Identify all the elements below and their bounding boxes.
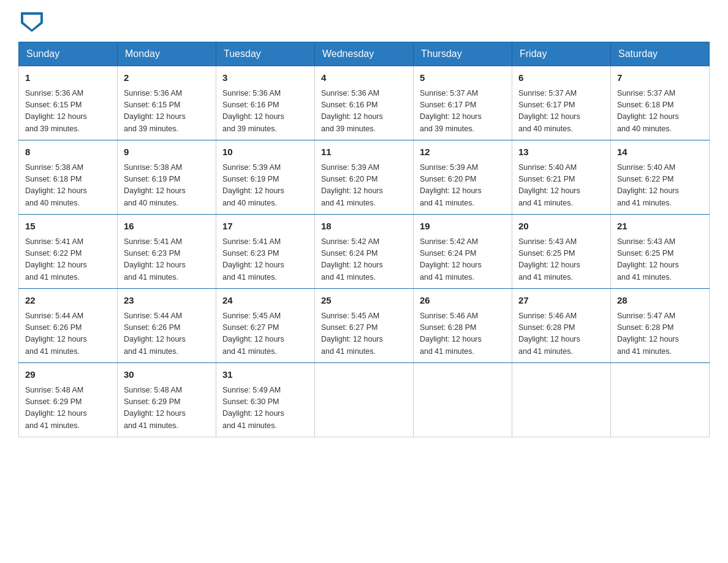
calendar-day-cell [315,363,414,437]
day-number: 20 [518,220,604,234]
day-info: Sunrise: 5:37 AMSunset: 6:17 PMDaylight:… [518,88,604,136]
logo [18,12,43,29]
day-number: 24 [222,294,308,308]
day-info: Sunrise: 5:38 AMSunset: 6:18 PMDaylight:… [25,162,111,210]
day-info: Sunrise: 5:39 AMSunset: 6:20 PMDaylight:… [420,162,506,210]
day-info: Sunrise: 5:36 AMSunset: 6:15 PMDaylight:… [124,88,210,136]
day-info: Sunrise: 5:39 AMSunset: 6:19 PMDaylight:… [222,162,308,210]
day-info: Sunrise: 5:41 AMSunset: 6:23 PMDaylight:… [124,236,210,284]
calendar-day-cell: 24 Sunrise: 5:45 AMSunset: 6:27 PMDaylig… [216,289,315,363]
calendar-body: 1 Sunrise: 5:36 AMSunset: 6:15 PMDayligh… [19,66,710,437]
calendar-day-cell: 8 Sunrise: 5:38 AMSunset: 6:18 PMDayligh… [19,140,118,215]
calendar-day-cell: 14 Sunrise: 5:40 AMSunset: 6:22 PMDaylig… [611,140,710,215]
day-number: 8 [25,145,111,159]
logo-arrow-icon [21,12,43,32]
calendar-day-cell: 29 Sunrise: 5:48 AMSunset: 6:29 PMDaylig… [19,363,118,437]
day-number: 25 [321,294,407,308]
day-number: 15 [25,220,111,234]
weekday-header-wednesday: Wednesday [315,42,414,66]
day-number: 18 [321,220,407,234]
calendar-day-cell: 2 Sunrise: 5:36 AMSunset: 6:15 PMDayligh… [118,66,216,140]
calendar-day-cell: 18 Sunrise: 5:42 AMSunset: 6:24 PMDaylig… [315,215,414,289]
svg-marker-1 [23,15,40,29]
calendar-week-row: 15 Sunrise: 5:41 AMSunset: 6:22 PMDaylig… [19,215,710,289]
calendar-day-cell: 9 Sunrise: 5:38 AMSunset: 6:19 PMDayligh… [118,140,216,215]
day-number: 6 [518,71,604,85]
calendar-day-cell: 7 Sunrise: 5:37 AMSunset: 6:18 PMDayligh… [611,66,710,140]
calendar-day-cell: 15 Sunrise: 5:41 AMSunset: 6:22 PMDaylig… [19,215,118,289]
day-info: Sunrise: 5:49 AMSunset: 6:30 PMDaylight:… [222,385,308,432]
calendar-day-cell: 22 Sunrise: 5:44 AMSunset: 6:26 PMDaylig… [19,289,118,363]
page-header [18,12,710,29]
day-number: 7 [617,71,703,85]
day-number: 4 [321,71,407,85]
weekday-header-friday: Friday [512,42,611,66]
day-number: 31 [222,368,308,382]
day-info: Sunrise: 5:45 AMSunset: 6:27 PMDaylight:… [321,310,407,358]
calendar-day-cell: 1 Sunrise: 5:36 AMSunset: 6:15 PMDayligh… [19,66,118,140]
day-number: 2 [124,71,210,85]
calendar-day-cell: 12 Sunrise: 5:39 AMSunset: 6:20 PMDaylig… [414,140,512,215]
weekday-header-sunday: Sunday [19,42,118,66]
day-info: Sunrise: 5:42 AMSunset: 6:24 PMDaylight:… [420,236,506,284]
day-number: 28 [617,294,703,308]
calendar-day-cell: 13 Sunrise: 5:40 AMSunset: 6:21 PMDaylig… [512,140,611,215]
day-info: Sunrise: 5:41 AMSunset: 6:23 PMDaylight:… [222,236,308,284]
weekday-header-monday: Monday [118,42,216,66]
day-number: 10 [222,145,308,159]
day-info: Sunrise: 5:48 AMSunset: 6:29 PMDaylight:… [25,385,111,432]
day-info: Sunrise: 5:44 AMSunset: 6:26 PMDaylight:… [124,310,210,358]
day-number: 30 [124,368,210,382]
day-number: 22 [25,294,111,308]
day-number: 17 [222,220,308,234]
day-info: Sunrise: 5:43 AMSunset: 6:25 PMDaylight:… [518,236,604,284]
day-number: 27 [518,294,604,308]
day-number: 12 [420,145,506,159]
day-info: Sunrise: 5:46 AMSunset: 6:28 PMDaylight:… [518,310,604,358]
calendar-day-cell: 6 Sunrise: 5:37 AMSunset: 6:17 PMDayligh… [512,66,611,140]
day-info: Sunrise: 5:38 AMSunset: 6:19 PMDaylight:… [124,162,210,210]
calendar-day-cell: 21 Sunrise: 5:43 AMSunset: 6:25 PMDaylig… [611,215,710,289]
day-info: Sunrise: 5:40 AMSunset: 6:22 PMDaylight:… [617,162,703,210]
calendar-week-row: 22 Sunrise: 5:44 AMSunset: 6:26 PMDaylig… [19,289,710,363]
calendar-day-cell: 25 Sunrise: 5:45 AMSunset: 6:27 PMDaylig… [315,289,414,363]
calendar-header-row: SundayMondayTuesdayWednesdayThursdayFrid… [19,42,710,66]
day-number: 23 [124,294,210,308]
weekday-header-thursday: Thursday [414,42,512,66]
day-number: 3 [222,71,308,85]
weekday-header-saturday: Saturday [611,42,710,66]
calendar-day-cell: 16 Sunrise: 5:41 AMSunset: 6:23 PMDaylig… [118,215,216,289]
day-info: Sunrise: 5:41 AMSunset: 6:22 PMDaylight:… [25,236,111,284]
calendar-day-cell: 30 Sunrise: 5:48 AMSunset: 6:29 PMDaylig… [118,363,216,437]
day-info: Sunrise: 5:39 AMSunset: 6:20 PMDaylight:… [321,162,407,210]
day-info: Sunrise: 5:44 AMSunset: 6:26 PMDaylight:… [25,310,111,358]
day-number: 19 [420,220,506,234]
calendar-day-cell: 28 Sunrise: 5:47 AMSunset: 6:28 PMDaylig… [611,289,710,363]
day-info: Sunrise: 5:43 AMSunset: 6:25 PMDaylight:… [617,236,703,284]
day-number: 14 [617,145,703,159]
day-info: Sunrise: 5:36 AMSunset: 6:15 PMDaylight:… [25,88,111,136]
day-info: Sunrise: 5:46 AMSunset: 6:28 PMDaylight:… [420,310,506,358]
calendar-day-cell: 20 Sunrise: 5:43 AMSunset: 6:25 PMDaylig… [512,215,611,289]
day-number: 5 [420,71,506,85]
calendar-day-cell: 5 Sunrise: 5:37 AMSunset: 6:17 PMDayligh… [414,66,512,140]
day-info: Sunrise: 5:37 AMSunset: 6:18 PMDaylight:… [617,88,703,136]
calendar-day-cell [611,363,710,437]
calendar-day-cell: 23 Sunrise: 5:44 AMSunset: 6:26 PMDaylig… [118,289,216,363]
day-number: 13 [518,145,604,159]
day-number: 26 [420,294,506,308]
day-info: Sunrise: 5:48 AMSunset: 6:29 PMDaylight:… [124,385,210,432]
calendar-day-cell: 26 Sunrise: 5:46 AMSunset: 6:28 PMDaylig… [414,289,512,363]
day-number: 1 [25,71,111,85]
calendar-week-row: 1 Sunrise: 5:36 AMSunset: 6:15 PMDayligh… [19,66,710,140]
day-number: 11 [321,145,407,159]
day-info: Sunrise: 5:37 AMSunset: 6:17 PMDaylight:… [420,88,506,136]
calendar-day-cell: 4 Sunrise: 5:36 AMSunset: 6:16 PMDayligh… [315,66,414,140]
day-number: 9 [124,145,210,159]
weekday-header-tuesday: Tuesday [216,42,315,66]
day-info: Sunrise: 5:42 AMSunset: 6:24 PMDaylight:… [321,236,407,284]
calendar-day-cell: 17 Sunrise: 5:41 AMSunset: 6:23 PMDaylig… [216,215,315,289]
calendar-day-cell: 19 Sunrise: 5:42 AMSunset: 6:24 PMDaylig… [414,215,512,289]
calendar-day-cell [414,363,512,437]
day-info: Sunrise: 5:40 AMSunset: 6:21 PMDaylight:… [518,162,604,210]
